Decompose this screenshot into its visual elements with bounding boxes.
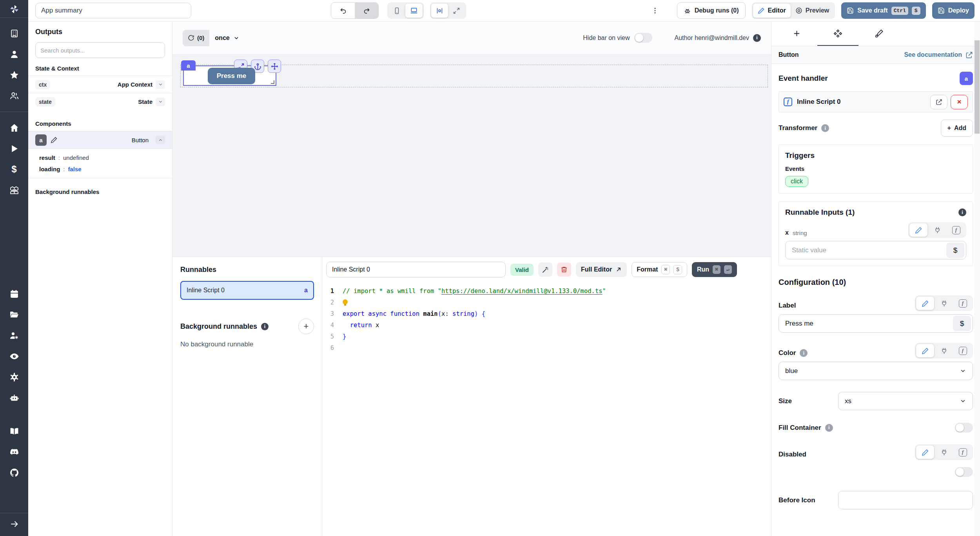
star-icon[interactable] xyxy=(9,70,19,80)
connect-mode-plug-icon[interactable] xyxy=(935,297,953,310)
hide-bar-toggle[interactable] xyxy=(634,33,652,43)
static-mode-pencil-icon[interactable] xyxy=(916,297,934,310)
static-mode-pencil-icon[interactable] xyxy=(916,344,934,357)
chevron-down-icon[interactable] xyxy=(156,80,165,89)
connect-mode-plug-icon[interactable] xyxy=(928,223,946,237)
play-icon[interactable] xyxy=(9,143,19,154)
chevron-up-icon[interactable] xyxy=(156,136,165,144)
user-icon[interactable] xyxy=(9,49,19,59)
resize-handle[interactable] xyxy=(271,80,274,84)
triggers-section: Triggers Events click xyxy=(779,145,973,194)
app-canvas[interactable]: a Press me xyxy=(172,54,771,257)
styling-tab[interactable] xyxy=(858,22,900,46)
calendar-icon[interactable] xyxy=(9,289,19,299)
format-button[interactable]: Format ⌘S xyxy=(632,262,687,277)
press-me-button[interactable]: Press me xyxy=(208,68,255,84)
event-script-card[interactable]: f Inline Script 0 × xyxy=(779,91,973,112)
refresh-button[interactable]: (0) xyxy=(183,30,209,46)
input-type: string xyxy=(793,230,807,236)
output-row-state[interactable]: state State xyxy=(28,93,172,110)
label-value-input[interactable] xyxy=(779,320,953,328)
eval-mode-function-icon[interactable]: f xyxy=(954,297,972,310)
color-select[interactable]: blue xyxy=(779,362,973,380)
info-icon[interactable]: i xyxy=(800,349,808,357)
script-name-input[interactable] xyxy=(326,262,506,277)
static-value-input[interactable] xyxy=(786,246,946,254)
run-button[interactable]: Run ⌘↵ xyxy=(692,262,737,277)
scrollbar-thumb[interactable] xyxy=(975,40,980,134)
open-script-icon[interactable] xyxy=(930,95,947,109)
info-icon[interactable]: i xyxy=(958,208,966,216)
home-icon[interactable] xyxy=(9,123,19,133)
pencil-icon[interactable] xyxy=(51,136,58,143)
pencil-icon xyxy=(758,7,765,14)
remove-script-icon[interactable]: × xyxy=(951,95,968,109)
save-draft-button[interactable]: Save draft CtrlS xyxy=(841,2,926,19)
static-mode-pencil-icon[interactable] xyxy=(909,223,927,237)
fill-container-toggle[interactable] xyxy=(955,423,973,433)
dollar-icon[interactable]: $ xyxy=(9,164,19,174)
eval-mode-function-icon[interactable]: f xyxy=(947,223,965,237)
output-row-ctx[interactable]: ctx App Context xyxy=(28,76,172,93)
info-icon[interactable]: i xyxy=(261,323,269,330)
static-mode-pencil-icon[interactable] xyxy=(916,445,934,459)
info-icon[interactable]: i xyxy=(821,124,829,132)
user-cog-icon[interactable] xyxy=(9,330,19,340)
before-icon-select[interactable] xyxy=(838,491,973,509)
more-menu-icon[interactable] xyxy=(651,7,659,14)
folder-open-icon[interactable] xyxy=(9,310,19,320)
move-icon[interactable] xyxy=(268,60,281,73)
building-icon[interactable] xyxy=(9,28,19,38)
ai-wand-icon[interactable] xyxy=(538,263,552,277)
discord-icon[interactable] xyxy=(9,447,19,457)
component-settings-tab[interactable] xyxy=(817,22,858,46)
app-summary-input[interactable] xyxy=(35,3,191,18)
delete-script-icon[interactable] xyxy=(557,263,571,277)
desktop-view-button[interactable] xyxy=(405,4,423,18)
info-icon[interactable]: i xyxy=(825,424,833,432)
deploy-button[interactable]: Deploy xyxy=(932,2,975,19)
dollar-template-button[interactable]: $ xyxy=(953,316,971,331)
undo-button[interactable] xyxy=(331,3,355,18)
dollar-template-button[interactable]: $ xyxy=(946,243,964,258)
schedule-dropdown[interactable]: once xyxy=(209,34,245,42)
eval-mode-function-icon[interactable]: f xyxy=(954,344,972,357)
windmill-logo-icon[interactable] xyxy=(9,4,19,14)
component-row-a[interactable]: a Button xyxy=(28,131,172,149)
center-layout-button[interactable] xyxy=(431,4,448,18)
size-select[interactable]: xs xyxy=(838,392,973,410)
settings-gear-icon[interactable] xyxy=(9,372,19,382)
runnable-item-inline-script-0[interactable]: Inline Script 0 a xyxy=(180,281,314,300)
chevron-down-icon[interactable] xyxy=(156,98,165,106)
connect-mode-plug-icon[interactable] xyxy=(935,344,953,357)
collapse-arrow-icon[interactable] xyxy=(9,519,19,529)
debug-runs-button[interactable]: Debug runs (0) xyxy=(677,2,746,19)
info-icon[interactable]: i xyxy=(753,34,761,42)
right-panel-scrollbar[interactable] xyxy=(974,22,980,536)
insert-component-tab[interactable] xyxy=(776,22,817,46)
eye-icon[interactable] xyxy=(9,351,19,361)
book-open-icon[interactable] xyxy=(9,426,19,436)
users-icon[interactable] xyxy=(9,91,19,101)
fullwidth-layout-button[interactable] xyxy=(448,4,465,18)
selected-button-component[interactable]: a Press me xyxy=(183,65,276,86)
outputs-panel: Outputs State & Context ctx App Context … xyxy=(28,22,172,536)
boxes-icon[interactable] xyxy=(9,185,19,195)
search-outputs-input[interactable] xyxy=(35,42,165,58)
mobile-view-button[interactable] xyxy=(388,4,405,18)
connect-mode-plug-icon[interactable] xyxy=(935,445,953,459)
add-background-runnable-button[interactable]: + xyxy=(298,319,314,334)
editor-tab[interactable]: Editor xyxy=(753,4,791,18)
eval-mode-function-icon[interactable]: f xyxy=(954,445,972,459)
bottom-panel: Runnables Inline Script 0 a Background r… xyxy=(172,257,771,536)
add-transformer-button[interactable]: + Add xyxy=(941,120,973,137)
bot-icon[interactable] xyxy=(9,393,19,403)
code-editor[interactable]: 1// import * as wmill from "https://deno… xyxy=(322,281,771,536)
disabled-toggle[interactable] xyxy=(955,467,973,477)
full-editor-button[interactable]: Full Editor xyxy=(576,262,627,277)
redo-button[interactable] xyxy=(355,3,378,18)
see-documentation-link[interactable]: See documentation xyxy=(904,51,973,59)
github-icon[interactable] xyxy=(9,467,19,478)
preview-tab[interactable]: Preview xyxy=(791,4,834,18)
sidebar-divider xyxy=(0,112,28,112)
